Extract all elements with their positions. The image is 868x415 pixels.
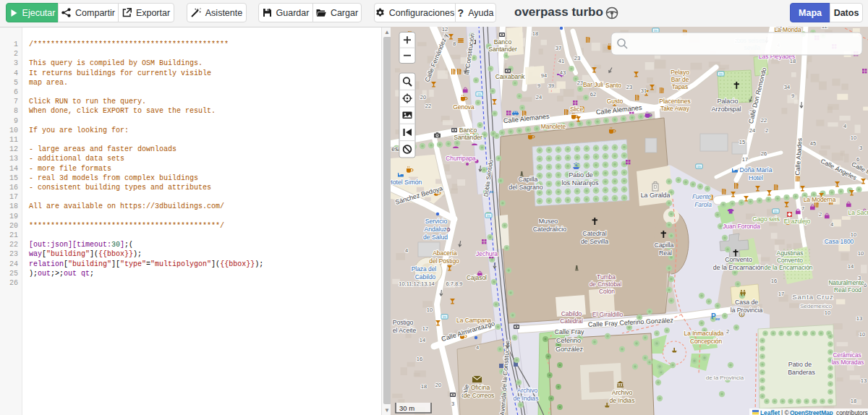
svg-text:La Giralda: La Giralda: [641, 192, 671, 199]
svg-text:6,7,8,9: 6,7,8,9: [446, 281, 463, 287]
svg-text:Genova: Genova: [453, 103, 475, 111]
svg-text:Fuente: Fuente: [692, 193, 711, 200]
svg-text:Arzobispal: Arzobispal: [711, 106, 741, 113]
svg-text:7: 7: [801, 205, 804, 212]
svg-text:la Provincia: la Provincia: [731, 307, 763, 314]
svg-text:2: 2: [726, 328, 729, 335]
svg-text:Capilla: Capilla: [655, 241, 674, 249]
svg-text:26: 26: [761, 150, 767, 157]
svg-text:Oficina: Oficina: [471, 384, 490, 391]
svg-text:tm: tm: [654, 29, 658, 33]
svg-text:18: 18: [532, 30, 538, 37]
svg-text:de Sevilla: de Sevilla: [581, 238, 608, 245]
svg-text:Bar Juli: Bar Juli: [583, 81, 603, 88]
svg-text:tm: tm: [477, 93, 481, 96]
svg-text:Servicio: Servicio: [425, 218, 448, 225]
svg-text:del Postigo: del Postigo: [429, 257, 459, 265]
svg-text:Real Food: Real Food: [834, 287, 861, 294]
svg-text:de la Encarnación: de la Encarnación: [764, 264, 812, 271]
svg-text:Banco: Banco: [459, 127, 477, 134]
svg-text:45: 45: [810, 140, 816, 147]
svg-text:41: 41: [558, 58, 564, 64]
svg-text:10: 10: [851, 134, 856, 141]
svg-text:14: 14: [420, 337, 425, 343]
svg-text:23: 23: [577, 80, 583, 86]
svg-text:Doña María: Doña María: [740, 166, 773, 174]
svg-text:La Moderna: La Moderna: [804, 196, 836, 203]
svg-text:62: 62: [590, 91, 596, 98]
svg-text:Cabildo: Cabildo: [415, 273, 436, 281]
svg-text:13: 13: [856, 315, 862, 322]
svg-text:Abacería: Abacería: [433, 249, 457, 257]
svg-text:17: 17: [778, 291, 784, 297]
svg-text:Catedral: Catedral: [560, 317, 583, 325]
svg-text:31: 31: [641, 87, 647, 94]
svg-text:Banderas: Banderas: [788, 369, 815, 376]
svg-text:las Moradas: las Moradas: [832, 359, 864, 366]
svg-text:Casa de: Casa de: [735, 299, 758, 306]
svg-text:Ceferino: Ceferino: [556, 337, 581, 344]
svg-text:La Sacris: La Sacris: [848, 209, 868, 216]
svg-text:Museo: Museo: [539, 218, 558, 225]
svg-text:Real: Real: [659, 249, 672, 257]
svg-text:Catedral: Catedral: [582, 230, 606, 237]
svg-text:3: 3: [859, 145, 862, 151]
svg-text:de la Encarnación: de la Encarnación: [713, 264, 765, 271]
svg-text:Gusto: Gusto: [607, 98, 624, 105]
svg-text:de Indias: de Indias: [514, 395, 539, 402]
svg-text:OpenStreetMap: OpenStreetMap: [790, 409, 833, 415]
svg-text:Convento: Convento: [777, 257, 803, 264]
svg-text:Churripapa: Churripapa: [446, 155, 476, 162]
svg-text:del Sagrario: del Sagrario: [509, 184, 543, 191]
svg-text:tm: tm: [719, 72, 723, 76]
svg-text:24: 24: [536, 94, 542, 100]
svg-text:Patio de: Patio de: [569, 171, 593, 179]
svg-text:34: 34: [784, 84, 790, 90]
svg-text:de Salud: de Salud: [423, 234, 448, 241]
svg-text:18: 18: [851, 398, 856, 404]
svg-text:10: 10: [858, 250, 864, 257]
svg-text:15: 15: [739, 139, 745, 145]
svg-text:3: 3: [451, 401, 454, 407]
svg-text:el Aceite: el Aceite: [393, 327, 417, 334]
svg-text:| ©: | ©: [781, 409, 790, 415]
svg-text:Take Away: Take Away: [660, 105, 690, 112]
svg-text:øø: øø: [715, 317, 720, 321]
svg-text:22: 22: [761, 117, 767, 124]
svg-text:20: 20: [435, 382, 441, 388]
svg-text:Colón: Colón: [599, 288, 615, 295]
svg-text:43: 43: [560, 69, 566, 76]
svg-text:tm: tm: [487, 214, 490, 218]
svg-text:Santander: Santander: [454, 134, 482, 141]
svg-text:Caixabank: Caixabank: [495, 73, 525, 80]
svg-text:Manolete: Manolete: [541, 123, 566, 130]
svg-text:tm: tm: [774, 210, 778, 213]
svg-text:18: 18: [421, 383, 427, 390]
svg-text:10: 10: [825, 309, 830, 316]
svg-text:de la Provincia: de la Provincia: [706, 375, 744, 381]
svg-text:4: 4: [830, 221, 833, 228]
svg-text:Juan Foronda: Juan Foronda: [723, 223, 760, 230]
svg-text:Archivo: Archivo: [612, 389, 633, 396]
svg-text:La Inmaculada: La Inmaculada: [684, 330, 724, 337]
svg-text:Santo: Santo: [605, 82, 621, 89]
svg-text:Postigo: Postigo: [393, 319, 414, 326]
svg-text:12: 12: [822, 27, 827, 30]
svg-text:17: 17: [742, 156, 748, 163]
svg-text:9: 9: [537, 82, 540, 89]
svg-text:Cajasol: Cajasol: [467, 274, 487, 281]
svg-text:2: 2: [765, 127, 768, 134]
svg-text:13: 13: [861, 377, 867, 384]
svg-text:Catedralicio: Catedralicio: [533, 226, 567, 233]
svg-text:González: González: [556, 346, 584, 353]
svg-text:4: 4: [843, 123, 846, 129]
svg-text:Casa 1800: Casa 1800: [825, 238, 854, 245]
svg-text:Santander: Santander: [488, 46, 517, 53]
svg-text:94: 94: [541, 72, 547, 79]
svg-text:12: 12: [442, 27, 448, 33]
svg-text:4: 4: [476, 344, 479, 351]
svg-text:16: 16: [417, 356, 422, 362]
svg-text:9: 9: [791, 93, 794, 99]
svg-text:Hotel Simón: Hotel Simón: [391, 179, 422, 186]
svg-text:Andaluz: Andaluz: [424, 226, 446, 233]
